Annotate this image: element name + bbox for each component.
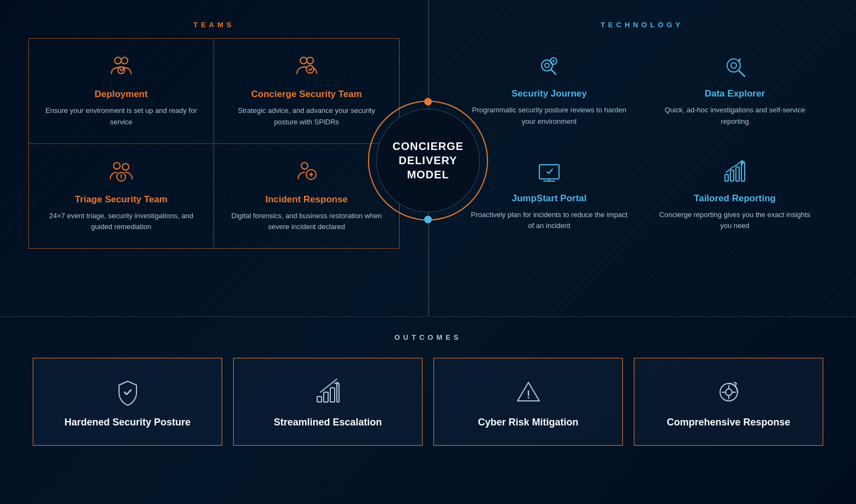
tech-tailored-reporting: Tailored Reporting Concierge reporting g… <box>642 143 828 248</box>
outcomes-section: OUTCOMES Hardened Security Posture <box>0 317 856 462</box>
jumpstart-portal-desc: Proactively plan for incidents to reduce… <box>469 209 629 232</box>
outcome-cyber-risk: Cyber Risk Mitigation <box>433 358 623 446</box>
outcome-hardened-security: Hardened Security Posture <box>33 358 222 446</box>
security-journey-title: Security Journey <box>469 88 629 99</box>
cyber-risk-icon <box>514 378 543 406</box>
triage-desc: 24×7 event triage, security investigatio… <box>42 211 200 233</box>
top-section: TEAMS Deployment Ensure your envir <box>0 0 856 316</box>
comprehensive-response-title: Comprehensive Response <box>667 416 790 429</box>
svg-rect-21 <box>741 163 745 181</box>
streamlined-escalation-icon <box>314 378 342 406</box>
deployment-title: Deployment <box>42 89 200 100</box>
dot-top <box>424 98 432 105</box>
svg-point-28 <box>726 389 732 395</box>
cyber-risk-title: Cyber Risk Mitigation <box>478 416 578 429</box>
data-explorer-desc: Quick, ad-hoc investigations and self-se… <box>655 105 815 128</box>
circle-text: CONCIERGE DELIVERY MODEL <box>393 139 463 182</box>
svg-point-9 <box>121 178 122 179</box>
team-deployment: Deployment Ensure your environment is se… <box>29 39 214 144</box>
technology-panel: TECHNOLOGY Security Journey Programmatic… <box>428 0 856 316</box>
svg-point-16 <box>731 63 736 68</box>
triage-icon <box>108 159 134 185</box>
svg-point-0 <box>115 57 121 64</box>
svg-point-26 <box>527 397 529 399</box>
deployment-desc: Ensure your environment is set up and re… <box>42 105 200 128</box>
svg-point-7 <box>122 164 129 170</box>
outcome-comprehensive-response: Comprehensive Response <box>634 358 823 446</box>
outcomes-label: OUTCOMES <box>33 333 823 341</box>
concierge-desc: Strategic advice, and advance your secur… <box>227 105 386 128</box>
comprehensive-response-icon <box>715 378 743 406</box>
svg-point-10 <box>301 163 308 169</box>
svg-point-4 <box>307 57 313 64</box>
svg-point-6 <box>114 163 120 169</box>
data-explorer-title: Data Explorer <box>655 88 815 99</box>
teams-grid: Deployment Ensure your environment is se… <box>28 38 400 249</box>
tailored-reporting-title: Tailored Reporting <box>655 193 815 204</box>
tailored-reporting-icon <box>722 158 748 184</box>
svg-rect-18 <box>725 175 728 181</box>
svg-point-3 <box>300 57 307 64</box>
svg-rect-22 <box>317 397 322 402</box>
concierge-title: Concierge Security Team <box>227 89 386 100</box>
security-journey-icon <box>536 53 562 80</box>
dot-bottom <box>424 215 432 223</box>
tech-data-explorer: Data Explorer Quick, ad-hoc investigatio… <box>642 38 828 143</box>
incident-response-desc: Digital forensics, and business restorat… <box>227 211 386 233</box>
svg-rect-17 <box>539 165 559 179</box>
svg-point-1 <box>121 57 128 64</box>
tech-grid: Security Journey Programmatic security p… <box>456 38 828 247</box>
inner-circle: CONCIERGE DELIVERY MODEL <box>376 109 480 212</box>
svg-rect-25 <box>337 383 339 402</box>
main-container: TEAMS Deployment Ensure your envir <box>0 0 856 504</box>
streamlined-escalation-title: Streamlined Escalation <box>274 416 382 429</box>
svg-rect-23 <box>324 392 328 402</box>
triage-title: Triage Security Team <box>42 194 200 205</box>
center-circle-container: CONCIERGE DELIVERY MODEL <box>368 100 488 220</box>
incident-response-icon <box>294 159 320 185</box>
horizontal-divider <box>0 316 856 317</box>
deployment-icon <box>108 54 134 80</box>
jumpstart-portal-title: JumpStart Portal <box>469 193 629 204</box>
teams-label: TEAMS <box>193 1 235 29</box>
technology-label: TECHNOLOGY <box>601 1 683 29</box>
hardened-security-icon <box>114 378 142 406</box>
data-explorer-icon <box>722 53 748 80</box>
concierge-team-icon <box>294 54 320 80</box>
team-triage: Triage Security Team 24×7 event triage, … <box>29 144 214 249</box>
security-journey-desc: Programmatic security posture reviews to… <box>469 105 629 128</box>
svg-rect-24 <box>330 388 335 402</box>
tailored-reporting-desc: Concierge reporting gives you the exact … <box>655 209 815 232</box>
outcomes-grid: Hardened Security Posture Streamlined Es… <box>33 358 823 446</box>
teams-panel: TEAMS Deployment Ensure your envir <box>0 0 428 316</box>
svg-point-13 <box>545 63 549 68</box>
incident-response-title: Incident Response <box>227 194 386 205</box>
hardened-security-title: Hardened Security Posture <box>64 416 191 429</box>
svg-rect-20 <box>736 167 739 181</box>
svg-rect-19 <box>730 170 734 181</box>
outcome-streamlined-escalation: Streamlined Escalation <box>233 358 423 446</box>
svg-point-5 <box>306 65 314 73</box>
jumpstart-portal-icon <box>536 158 562 184</box>
